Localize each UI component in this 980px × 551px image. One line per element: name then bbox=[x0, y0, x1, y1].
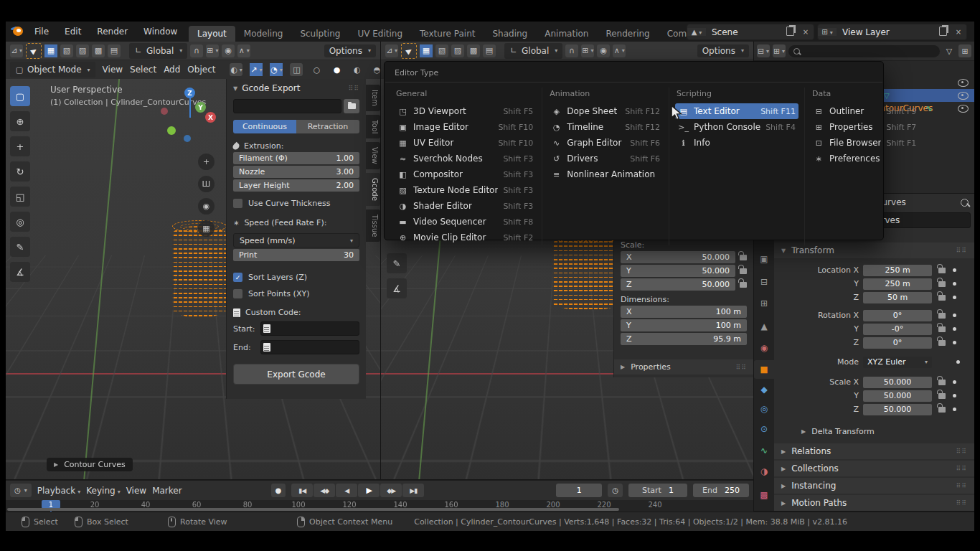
options-dropdown[interactable]: Options bbox=[324, 44, 376, 57]
motion-paths-panel[interactable]: ▶Motion Paths⠿⠿ bbox=[774, 495, 974, 511]
continuous-button[interactable]: Continuous bbox=[233, 120, 296, 133]
transform-tool[interactable]: ◎ bbox=[10, 212, 30, 232]
shading-material-icon[interactable]: ◐ bbox=[350, 63, 363, 76]
active-tool-icon[interactable]: ▶ bbox=[401, 43, 417, 59]
menu-item-info[interactable]: ℹInfo bbox=[675, 135, 798, 151]
scale-x-field[interactable]: X50.000 bbox=[621, 251, 735, 263]
tab-uv-editing[interactable]: UV Editing bbox=[349, 26, 411, 42]
eye-icon[interactable] bbox=[958, 105, 969, 113]
lock-open-icon[interactable] bbox=[938, 407, 946, 413]
menu-item-file-browser[interactable]: ⊡File BrowserShift F1 bbox=[811, 135, 919, 151]
menu-item-outliner[interactable]: ⊟OutlinerShift F9 bbox=[811, 103, 919, 119]
menu-item-nonlinear-animation[interactable]: ≡Nonlinear Animation bbox=[548, 166, 663, 182]
end-code-input[interactable] bbox=[260, 340, 359, 354]
tab-object-data[interactable]: ∿ bbox=[754, 441, 774, 460]
prev-keyframe-button[interactable]: ◀◆ bbox=[314, 484, 335, 497]
menu-render[interactable]: Render bbox=[97, 27, 128, 37]
x-axis-gizmo[interactable]: X bbox=[205, 112, 216, 123]
tab-tool[interactable]: Tool bbox=[366, 115, 380, 138]
prev-frame-button[interactable]: ◀ bbox=[336, 484, 357, 497]
lock-open-icon[interactable] bbox=[740, 255, 747, 260]
new-scene-icon[interactable] bbox=[786, 27, 794, 36]
retraction-button[interactable]: Retraction bbox=[296, 120, 359, 133]
active-tool-icon[interactable]: ▶ bbox=[26, 43, 42, 59]
speed-mode-dropdown[interactable]: Speed (mm/s) bbox=[233, 233, 359, 248]
select-mode-extend-icon[interactable]: ▧ bbox=[60, 44, 73, 57]
timeline-ruler[interactable]: 20 40 60 80 100 120 140 160 180 200 220 … bbox=[6, 500, 753, 512]
gizmo-toggle-icon[interactable]: ↗ bbox=[250, 63, 263, 76]
options-dropdown[interactable]: Options bbox=[697, 44, 749, 57]
menu-playback[interactable]: Playback bbox=[37, 486, 81, 496]
keyframe-dot-icon[interactable] bbox=[953, 341, 956, 344]
move-tool[interactable]: + bbox=[10, 136, 30, 156]
overlays-toggle-icon[interactable]: ◔ bbox=[270, 63, 283, 76]
zoom-icon[interactable]: + bbox=[198, 154, 215, 170]
tab-object[interactable]: ■ bbox=[754, 360, 774, 379]
dimension-x-field[interactable]: X100 m bbox=[621, 306, 747, 318]
sort-points-checkbox[interactable] bbox=[233, 289, 242, 298]
layer-height-field[interactable]: Layer Height2.00 bbox=[233, 179, 359, 192]
shading-wireframe-icon[interactable]: ○ bbox=[310, 63, 323, 76]
camera-view-icon[interactable]: ◉ bbox=[198, 198, 215, 215]
z-axis-negative-dot[interactable] bbox=[184, 135, 191, 142]
display-mode-icon[interactable]: ⊟ bbox=[757, 44, 770, 57]
tab-render[interactable]: ▣ bbox=[754, 250, 774, 268]
shading-rendered-icon[interactable]: ◓ bbox=[370, 63, 380, 76]
start-code-input[interactable] bbox=[260, 321, 359, 336]
tab-rendering[interactable]: Rendering bbox=[597, 26, 658, 42]
editor-type-button[interactable]: ◷ bbox=[10, 484, 32, 497]
tab-material[interactable]: ◑ bbox=[754, 462, 774, 481]
menu-item-uv-editor[interactable]: ▦UV EditorShift F10 bbox=[395, 135, 536, 151]
tweak-tool-icon[interactable]: ⊿ bbox=[385, 44, 398, 57]
lock-open-icon[interactable] bbox=[938, 268, 946, 273]
tab-view-layer[interactable]: ⊞ bbox=[754, 294, 774, 313]
cylinder-object[interactable] bbox=[172, 226, 227, 317]
keyframe-dot-icon[interactable] bbox=[953, 394, 956, 397]
relations-panel[interactable]: ▶Relations⠿⠿ bbox=[774, 443, 974, 459]
menu-item-graph-editor[interactable]: ∿Graph EditorShift F6 bbox=[548, 135, 663, 151]
measure-tool[interactable]: ∡ bbox=[387, 278, 407, 298]
tab-constraints[interactable]: ⊙ bbox=[754, 420, 774, 438]
scale-x-field[interactable]: 50.000 bbox=[863, 377, 932, 388]
jump-to-start-button[interactable]: ▮◀ bbox=[291, 484, 313, 497]
menu-item-sverchok-nodes[interactable]: ≈Sverchok NodesShift F3 bbox=[395, 151, 536, 166]
snap-target-icon[interactable]: ⊞ bbox=[581, 44, 594, 57]
keyframe-dot-icon[interactable] bbox=[953, 268, 956, 272]
z-axis-gizmo[interactable]: Z bbox=[184, 88, 195, 98]
play-button[interactable]: ▶ bbox=[358, 484, 380, 497]
tab-physics[interactable]: ◎ bbox=[754, 400, 774, 418]
select-mode-intersect-icon[interactable]: ▤ bbox=[483, 44, 496, 57]
instancing-panel[interactable]: ▶Instancing⠿⠿ bbox=[774, 478, 974, 494]
scale-y-field[interactable]: 50.000 bbox=[863, 390, 932, 402]
menu-item-image-editor[interactable]: ▣Image EditorShift F10 bbox=[395, 119, 536, 135]
menu-add[interactable]: Add bbox=[164, 65, 180, 75]
y-axis-gizmo[interactable]: Y bbox=[195, 102, 206, 113]
keyframe-dot-icon[interactable] bbox=[953, 327, 956, 331]
menu-item-text-editor[interactable]: ▤Text EditorShift F11 bbox=[675, 103, 798, 119]
folder-browse-button[interactable] bbox=[344, 99, 359, 113]
new-collection-icon[interactable]: ⊞ bbox=[958, 44, 971, 57]
select-mode-subtract-icon[interactable]: ▨ bbox=[451, 44, 464, 57]
menu-item-properties[interactable]: ⊞PropertiesShift F7 bbox=[811, 119, 919, 135]
tab-gcode[interactable]: Gcode bbox=[366, 173, 380, 206]
select-mode-intersect-icon[interactable]: ▤ bbox=[108, 44, 121, 57]
falloff-icon[interactable]: ∧ bbox=[237, 44, 250, 57]
dimension-z-field[interactable]: Z95.9 m bbox=[621, 333, 747, 345]
keyframe-dot-icon[interactable] bbox=[953, 408, 956, 411]
rotation-x-field[interactable]: 0° bbox=[863, 310, 932, 321]
menu-item-dope-sheet[interactable]: ◈Dope SheetShift F12 bbox=[548, 103, 663, 119]
delta-transform-panel[interactable]: ▶Delta Transform bbox=[801, 427, 875, 436]
location-z-field[interactable]: 50 m bbox=[863, 292, 932, 303]
xray-toggle-icon[interactable]: ◫ bbox=[290, 63, 303, 76]
keyframe-dot-icon[interactable] bbox=[953, 296, 956, 299]
use-curve-thickness-checkbox[interactable] bbox=[233, 199, 242, 208]
proportional-edit-icon[interactable]: ◉ bbox=[597, 44, 610, 57]
lock-open-icon[interactable] bbox=[938, 326, 946, 332]
rotation-y-field[interactable]: -0° bbox=[863, 324, 932, 335]
nozzle-field[interactable]: Nozzle3.00 bbox=[233, 166, 359, 178]
current-frame-field[interactable]: 1 bbox=[556, 484, 602, 497]
record-button[interactable]: ● bbox=[271, 484, 286, 497]
dimension-y-field[interactable]: Y100 m bbox=[621, 319, 747, 331]
filament-field[interactable]: Filament (Φ)1.00 bbox=[233, 152, 359, 164]
close-view-layer-icon[interactable]: × bbox=[951, 28, 966, 36]
